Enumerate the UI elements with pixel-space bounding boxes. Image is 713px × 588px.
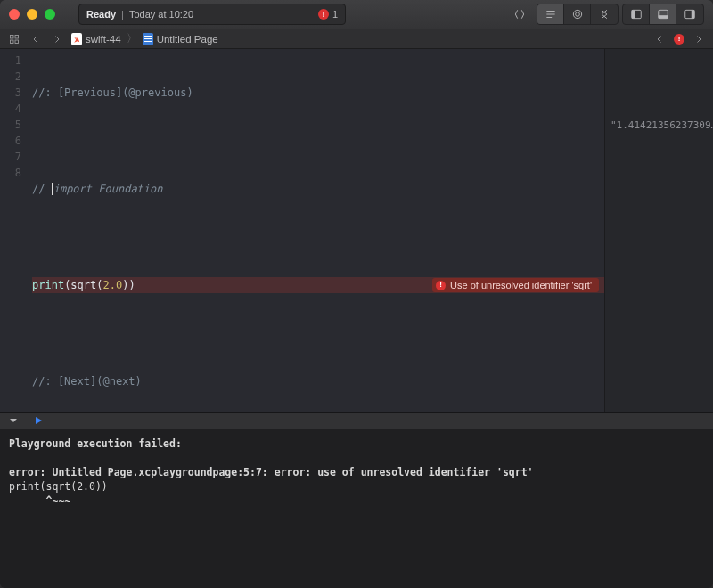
toggle-inspector-button[interactable] [676,4,703,24]
result-row[interactable]: "1.41421356237309… [605,117,713,133]
error-icon: ! [436,281,446,290]
status-separator: | [121,9,124,20]
breadcrumb-project-label: swift-44 [86,34,121,45]
window-controls [9,9,55,20]
issue-indicator-icon[interactable]: ! [674,34,684,45]
svg-point-1 [573,10,581,18]
nav-forward-button[interactable] [48,31,66,47]
svg-rect-10 [11,40,14,44]
svg-rect-5 [658,15,668,19]
gutter-line: 3 [0,85,21,101]
svg-rect-11 [15,40,19,44]
svg-rect-8 [11,35,14,38]
code-text: print [32,277,64,293]
editor-mode-segmented [537,4,619,25]
xcode-window: Ready | Today at 10:20 ! 1 [0,0,713,588]
breadcrumb-page[interactable]: Untitled Page [141,33,220,45]
result-value: "1.41421356237309… [611,119,713,131]
jump-bar-right: ! [651,31,708,47]
gutter-line: 4 [0,101,21,117]
toggle-debug-area-button[interactable] [650,4,676,24]
zoom-window-button[interactable] [45,9,55,20]
line-gutter: 1 2 3 4 5 6 7 8 [0,49,27,412]
inline-error-text: Use of unresolved identifier 'sqrt' [450,277,592,293]
page-file-icon [143,33,153,45]
code-content[interactable]: //: [Previous](@previous) // import Foun… [27,49,604,412]
minimize-window-button[interactable] [27,9,37,20]
swift-file-icon [71,33,82,45]
console-line: print(sqrt(2.0)) [9,480,108,493]
code-text: 2.0 [103,277,123,293]
code-snippets-button[interactable] [506,4,533,24]
svg-rect-9 [15,35,19,38]
activity-status[interactable]: Ready | Today at 10:20 ! 1 [78,4,346,25]
code-text: //: [Previous](@previous) [32,85,193,101]
status-ready-label: Ready [86,9,116,20]
jump-bar-left: swift-44 〉 Untitled Page [5,31,220,47]
error-icon: ! [318,9,329,20]
console-line: ^~~~ [9,494,70,507]
toggle-navigator-button[interactable] [623,4,650,24]
code-text: //: [Next](@next) [32,373,142,389]
next-issue-button[interactable] [690,31,708,47]
code-text: )) [122,277,135,293]
close-window-button[interactable] [9,9,20,20]
toggle-debug-dropdown[interactable] [5,413,21,428]
code-text: // [32,181,52,197]
breadcrumb-separator: 〉 [127,32,137,45]
related-items-button[interactable] [5,31,23,47]
standard-editor-button[interactable] [537,4,564,24]
gutter-line: 8 [0,165,21,181]
gutter-line: 1 [0,53,21,69]
panel-toggle-segmented [622,4,704,25]
assistant-editor-button[interactable] [564,4,591,24]
code-text: ( [64,277,70,293]
inline-error-badge[interactable]: ! Use of unresolved identifier 'sqrt' [432,278,599,292]
jump-bar: swift-44 〉 Untitled Page ! [0,29,713,50]
status-time-label: Today at 10:20 [129,9,193,20]
gutter-line: 5 [0,117,21,133]
code-text: ( [96,277,102,293]
text-cursor [52,183,53,195]
breadcrumb-page-label: Untitled Page [157,34,218,45]
results-sidebar: "1.41421356237309… [604,49,713,412]
code-text: import Foundation [53,181,163,197]
editor-area: 1 2 3 4 5 6 7 8 //: [Previous](@previous… [0,49,713,412]
gutter-line: 2 [0,69,21,85]
code-text: sqrt [70,277,96,293]
svg-rect-7 [692,10,695,18]
gutter-line: 7 [0,149,21,165]
nav-back-button[interactable] [27,31,45,47]
source-editor[interactable]: 1 2 3 4 5 6 7 8 //: [Previous](@previous… [0,49,604,412]
breadcrumb-project[interactable]: swift-44 [70,33,123,45]
svg-rect-3 [631,10,635,18]
toolbar-right [506,4,704,25]
code-line-error[interactable]: print(sqrt(2.0)) ! Use of unresolved ide… [32,277,604,293]
titlebar: Ready | Today at 10:20 ! 1 [0,0,713,29]
gutter-line: 6 [0,133,21,149]
version-editor-button[interactable] [591,4,618,24]
svg-point-0 [575,12,579,17]
status-error-badge[interactable]: ! 1 [318,9,338,20]
prev-issue-button[interactable] [651,31,668,47]
status-error-count: 1 [332,9,338,20]
